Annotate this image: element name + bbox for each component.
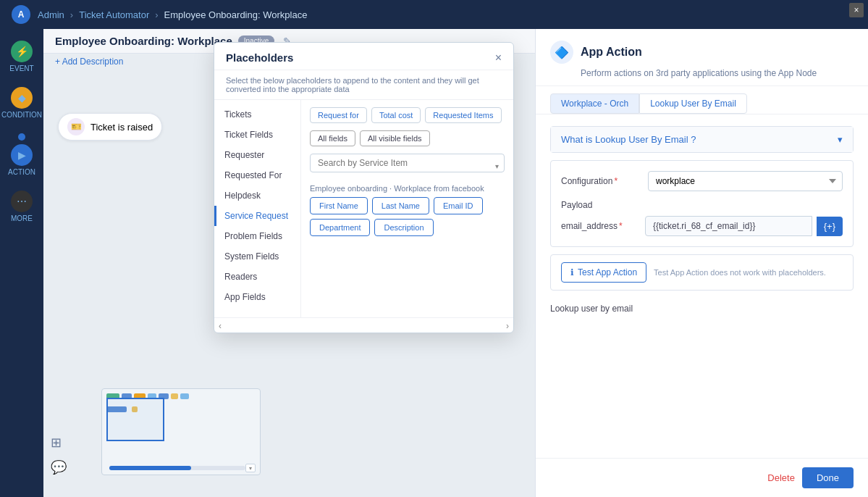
sidebar-item-tickets[interactable]: Tickets xyxy=(214,104,300,125)
field-btn-department[interactable]: Department xyxy=(310,219,370,236)
sidebar-item-app-fields[interactable]: App Fields xyxy=(214,287,300,307)
sidebar-item-readers[interactable]: Readers xyxy=(214,267,300,287)
modal-content: Request for Total cost Requested Items A… xyxy=(301,100,513,317)
scroll-right-arrow[interactable]: › xyxy=(506,321,509,331)
filter-btn-all-fields[interactable]: All fields xyxy=(310,130,355,146)
field-btn-email-id[interactable]: Email ID xyxy=(434,197,483,214)
modal-title: Placeholders xyxy=(226,51,293,64)
modal-header: Placeholders × xyxy=(214,43,513,70)
service-label: Employee onboarding · Workplace from fac… xyxy=(310,184,505,193)
global-close-button[interactable]: × xyxy=(849,3,864,17)
filter-btn-all-visible[interactable]: All visible fields xyxy=(360,130,430,146)
placeholders-modal: Placeholders × Select the below placehol… xyxy=(214,42,514,333)
modal-close-button[interactable]: × xyxy=(495,52,502,64)
modal-sidebar: Tickets Ticket Fields Requester Requeste… xyxy=(214,100,301,317)
sidebar-item-problem-fields[interactable]: Problem Fields xyxy=(214,226,300,246)
sidebar-item-requested-for[interactable]: Requested For xyxy=(214,165,300,185)
field-btn-description[interactable]: Description xyxy=(374,219,433,236)
field-btn-last-name[interactable]: Last Name xyxy=(372,197,429,214)
search-input[interactable] xyxy=(310,154,505,172)
sidebar-item-helpdesk[interactable]: Helpdesk xyxy=(214,185,300,206)
quick-btn-requested-items[interactable]: Requested Items xyxy=(425,107,501,123)
quick-buttons: Request for Total cost Requested Items xyxy=(310,107,505,123)
modal-overlay: Placeholders × Select the below placehol… xyxy=(0,0,868,497)
modal-scroll-hint: ‹ › xyxy=(214,317,513,333)
scroll-left-arrow[interactable]: ‹ xyxy=(219,321,222,331)
filter-buttons: All fields All visible fields xyxy=(310,130,505,146)
modal-subtitle: Select the below placeholders to append … xyxy=(214,70,513,100)
quick-btn-request-for[interactable]: Request for xyxy=(310,107,367,123)
modal-body: Tickets Ticket Fields Requester Requeste… xyxy=(214,100,513,317)
search-wrapper: ▾ xyxy=(310,154,505,178)
sidebar-item-service-request[interactable]: Service Request xyxy=(214,206,300,226)
quick-btn-total-cost[interactable]: Total cost xyxy=(371,107,421,123)
field-buttons: First Name Last Name Email ID Department… xyxy=(310,197,505,236)
sidebar-item-requester[interactable]: Requester xyxy=(214,145,300,165)
sidebar-item-ticket-fields[interactable]: Ticket Fields xyxy=(214,125,300,145)
field-btn-first-name[interactable]: First Name xyxy=(310,197,368,214)
sidebar-item-system-fields[interactable]: System Fields xyxy=(214,246,300,267)
